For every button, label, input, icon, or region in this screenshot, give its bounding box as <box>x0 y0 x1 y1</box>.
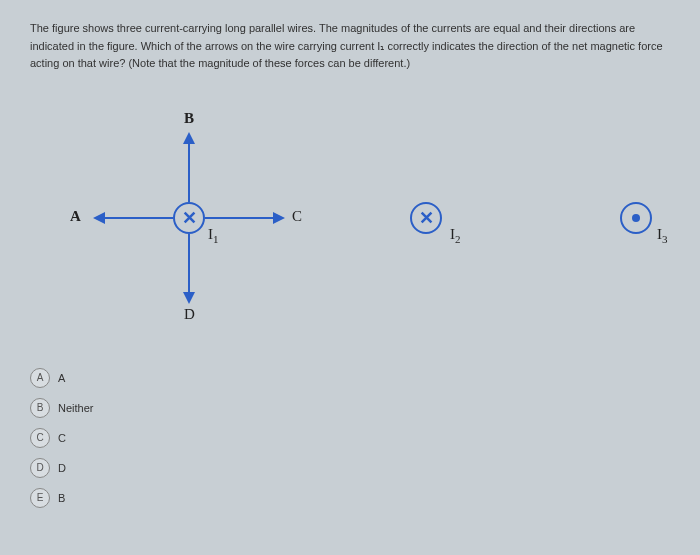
arrow-c-head-icon <box>273 212 285 224</box>
option-d-label: D <box>58 462 66 474</box>
option-d[interactable]: D D <box>30 458 670 478</box>
option-e[interactable]: E B <box>30 488 670 508</box>
arrow-b-head-icon <box>183 132 195 144</box>
arrow-d-head-icon <box>183 292 195 304</box>
question-line-1: The figure shows three current-carrying … <box>30 20 670 38</box>
option-d-circle-icon: D <box>30 458 50 478</box>
arrow-a-head-icon <box>93 212 105 224</box>
wire-i1-label: I1 <box>208 226 219 245</box>
option-a-label: A <box>58 372 65 384</box>
wire-i2-cross-icon <box>410 202 442 234</box>
arrow-b-label: B <box>184 110 194 127</box>
option-b-circle-icon: B <box>30 398 50 418</box>
arrow-a-line <box>103 217 173 219</box>
wire-i3-dot-icon <box>620 202 652 234</box>
wire-i2-label: I2 <box>450 226 461 245</box>
arrow-d-line <box>188 234 190 294</box>
option-e-circle-icon: E <box>30 488 50 508</box>
option-e-label: B <box>58 492 65 504</box>
wire-i3-label: I3 <box>657 226 668 245</box>
option-a[interactable]: A A <box>30 368 670 388</box>
option-b[interactable]: B Neither <box>30 398 670 418</box>
question-line-3: acting on that wire? (Note that the magn… <box>30 55 670 73</box>
option-b-label: Neither <box>58 402 93 414</box>
wire-i1-cross-icon <box>173 202 205 234</box>
arrow-c-line <box>205 217 275 219</box>
arrow-d-label: D <box>184 306 195 323</box>
answer-options: A A B Neither C C D D E B <box>30 368 670 508</box>
question-line-2: indicated in the figure. Which of the ar… <box>30 38 670 56</box>
arrow-c-label: C <box>292 208 302 225</box>
arrow-a-label: A <box>70 208 81 225</box>
option-c[interactable]: C C <box>30 428 670 448</box>
question-text: The figure shows three current-carrying … <box>30 20 670 73</box>
physics-diagram: B D A C I1 I2 I3 <box>30 88 670 348</box>
option-c-circle-icon: C <box>30 428 50 448</box>
option-a-circle-icon: A <box>30 368 50 388</box>
option-c-label: C <box>58 432 66 444</box>
arrow-b-line <box>188 142 190 202</box>
